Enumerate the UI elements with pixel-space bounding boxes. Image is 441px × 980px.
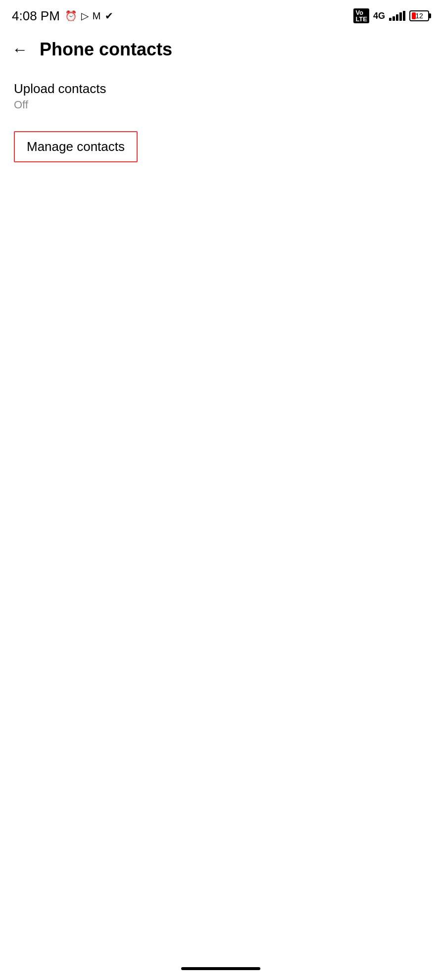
status-time: 4:08 PM bbox=[12, 8, 60, 24]
signal-bars bbox=[389, 11, 405, 21]
back-arrow-icon: ← bbox=[12, 41, 28, 59]
battery-number: 12 bbox=[415, 12, 423, 20]
check-icon: ✔ bbox=[105, 10, 113, 22]
status-right: VoLTE 4G 12 bbox=[353, 8, 429, 23]
play-icon: ▷ bbox=[81, 10, 89, 22]
upload-contacts-section: Upload contacts Off bbox=[14, 81, 427, 111]
mail-icon: M bbox=[93, 10, 101, 22]
status-left: 4:08 PM ⏰ ▷ M ✔ bbox=[12, 8, 113, 24]
app-bar: ← Phone contacts bbox=[0, 30, 441, 69]
battery-indicator: 12 bbox=[409, 10, 429, 21]
bottom-nav-bar bbox=[181, 967, 260, 970]
signal-bar-2 bbox=[392, 16, 395, 21]
signal-bar-3 bbox=[396, 14, 398, 21]
network-4g-label: 4G bbox=[373, 11, 385, 21]
upload-contacts-label: Upload contacts bbox=[14, 81, 427, 97]
back-button[interactable]: ← bbox=[12, 41, 28, 59]
signal-bar-5 bbox=[403, 11, 405, 21]
volte-badge: VoLTE bbox=[353, 8, 369, 23]
status-icons: ⏰ ▷ M ✔ bbox=[65, 10, 113, 22]
alarm-icon: ⏰ bbox=[65, 10, 77, 22]
page-title: Phone contacts bbox=[40, 39, 172, 60]
signal-bar-4 bbox=[399, 12, 402, 21]
signal-bar-1 bbox=[389, 18, 392, 21]
upload-contacts-status: Off bbox=[14, 98, 427, 111]
status-bar: 4:08 PM ⏰ ▷ M ✔ VoLTE 4G 12 bbox=[0, 0, 441, 30]
content-area: Upload contacts Off Manage contacts bbox=[0, 69, 441, 174]
manage-contacts-button[interactable]: Manage contacts bbox=[14, 131, 138, 162]
